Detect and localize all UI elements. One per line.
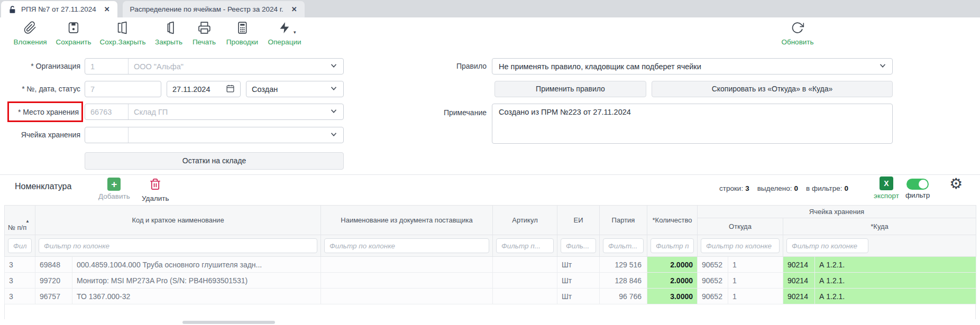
column-header-supplier[interactable]: Наименование из документа поставщика bbox=[321, 206, 493, 235]
cell-npp[interactable]: 3 bbox=[5, 257, 35, 273]
cell-supplier[interactable] bbox=[321, 289, 493, 304]
cell-from-name[interactable]: 1 bbox=[728, 273, 783, 289]
cell-article[interactable] bbox=[493, 273, 557, 289]
stock-remainders-button[interactable]: Остатки на складе bbox=[85, 152, 344, 170]
cell-npp[interactable]: 3 bbox=[5, 289, 35, 304]
filter-unit-input[interactable] bbox=[561, 238, 596, 253]
filter-batch-input[interactable] bbox=[603, 238, 644, 253]
cell-supplier[interactable] bbox=[321, 257, 493, 273]
filter-from-input[interactable] bbox=[701, 238, 780, 253]
note-input[interactable]: Создано из ПРМ №223 от 27.11.2024 bbox=[492, 104, 893, 144]
filter-qty-input[interactable] bbox=[651, 238, 694, 253]
rule-label: Правило bbox=[406, 58, 487, 75]
note-label: Примечание bbox=[406, 104, 487, 122]
column-header-article[interactable]: Артикул bbox=[493, 206, 557, 235]
cell-batch[interactable]: 129 516 bbox=[600, 257, 647, 273]
horizontal-scrollbar[interactable] bbox=[182, 321, 275, 324]
warehouse-code[interactable]: 66763 bbox=[85, 104, 129, 119]
calculator-icon bbox=[236, 21, 249, 36]
apply-rule-button[interactable]: Применить правило bbox=[494, 81, 646, 97]
doc-status-select[interactable]: Создан bbox=[246, 81, 344, 97]
filter-supplier-input[interactable] bbox=[324, 238, 489, 253]
grid-title: Номенклатура bbox=[15, 182, 71, 191]
chevron-down-icon[interactable] bbox=[329, 106, 338, 117]
tab-registry[interactable]: Распределение по ячейкам - Реестр за 202… bbox=[123, 1, 305, 17]
filter-code-input[interactable] bbox=[39, 238, 317, 253]
cell-qty[interactable]: 2.0000 bbox=[647, 273, 698, 289]
cell-name[interactable]: ТО 1367.000-32 bbox=[72, 289, 321, 304]
cell-from-code[interactable]: 90652 bbox=[698, 289, 728, 304]
org-code[interactable]: 1 bbox=[85, 59, 129, 74]
filter-to-input[interactable] bbox=[786, 238, 868, 253]
filter-toggle[interactable]: фильтр bbox=[905, 179, 930, 199]
cell-to-name[interactable]: А 1.2.1. bbox=[815, 257, 976, 273]
cell-code[interactable]: 96757 bbox=[35, 289, 72, 304]
cell-unit[interactable]: Шт bbox=[557, 257, 600, 273]
close-icon[interactable]: ✕ bbox=[104, 5, 110, 13]
cell-qty[interactable]: 3.0000 bbox=[647, 289, 698, 304]
attachments-button[interactable]: Вложения bbox=[13, 21, 47, 46]
cell-from-name[interactable]: 1 bbox=[728, 257, 783, 273]
org-field[interactable]: 1 ООО "Альфа" bbox=[85, 58, 344, 75]
save-button[interactable]: Сохранить bbox=[56, 21, 91, 46]
tab-document[interactable]: РПЯ №7 от 27.11.2024 ✕ bbox=[1, 1, 117, 17]
chevron-down-icon[interactable] bbox=[329, 129, 338, 141]
rule-select[interactable]: Не применять правило, кладовщик сам подб… bbox=[492, 58, 893, 75]
column-header-batch[interactable]: Партия bbox=[600, 206, 647, 235]
cell-supplier[interactable] bbox=[321, 273, 493, 289]
cell-to-name[interactable]: А 1.2.1. bbox=[815, 273, 976, 289]
cell-from-name[interactable]: 1 bbox=[728, 289, 783, 304]
cell-to-name[interactable]: А 1.2.1. bbox=[815, 289, 976, 304]
doc-date-field[interactable]: 27.11.2024 bbox=[167, 81, 241, 97]
cell-article[interactable] bbox=[493, 257, 557, 273]
filter-article-input[interactable] bbox=[496, 238, 554, 253]
cell-field[interactable] bbox=[85, 127, 344, 143]
close-button[interactable]: Закрыть bbox=[155, 21, 182, 46]
cell-unit[interactable]: Шт bbox=[557, 289, 600, 304]
cell-name[interactable]: 000.4859.1004.000 Труба основного глушит… bbox=[72, 257, 321, 273]
column-header-to[interactable]: *Куда bbox=[783, 218, 976, 235]
add-row-button[interactable]: + Добавить bbox=[98, 178, 130, 200]
print-button[interactable]: Печать bbox=[193, 21, 216, 46]
cell-name[interactable]: Монитор: MSI MP273A Pro (S/N: PB4H693501… bbox=[72, 273, 321, 289]
column-header-npp[interactable]: ▲ № п/п bbox=[5, 206, 35, 235]
close-icon[interactable]: ✕ bbox=[291, 5, 297, 13]
tab-title: РПЯ №7 от 27.11.2024 bbox=[21, 5, 96, 13]
postings-button[interactable]: Проводки bbox=[226, 21, 258, 46]
cell-to-code[interactable]: 90214 bbox=[783, 289, 815, 304]
cell-from-code[interactable]: 90652 bbox=[698, 273, 728, 289]
cell-unit[interactable]: Шт bbox=[557, 273, 600, 289]
column-header-qty[interactable]: *Количество bbox=[647, 206, 698, 235]
cell-npp[interactable]: 3 bbox=[5, 273, 35, 289]
operations-button[interactable]: ▾ Операции bbox=[268, 21, 301, 46]
gear-icon[interactable]: ⚙ bbox=[949, 177, 963, 191]
cell-from-code[interactable]: 90652 bbox=[698, 257, 728, 273]
warehouse-name[interactable]: Склад ГП bbox=[129, 108, 329, 116]
calendar-icon[interactable] bbox=[226, 84, 235, 95]
chevron-down-icon[interactable] bbox=[329, 61, 338, 72]
org-name[interactable]: ООО "Альфа" bbox=[129, 62, 329, 71]
cell-code[interactable]: 69848 bbox=[35, 257, 72, 273]
delete-row-button[interactable]: Удалить bbox=[142, 178, 169, 202]
refresh-button[interactable]: Обновить bbox=[781, 21, 813, 46]
save-close-button[interactable]: Сохр.Закрыть bbox=[99, 21, 145, 46]
column-header-from[interactable]: Откуда bbox=[698, 218, 783, 235]
cell-to-code[interactable]: 90214 bbox=[783, 257, 815, 273]
warehouse-field[interactable]: 66763 Склад ГП bbox=[85, 104, 344, 120]
cell-code[interactable]: 99720 bbox=[35, 273, 72, 289]
cell-code[interactable] bbox=[85, 127, 129, 143]
refresh-icon bbox=[791, 21, 804, 36]
doc-number-field[interactable]: 7 bbox=[85, 81, 161, 97]
filter-npp-input[interactable] bbox=[8, 238, 32, 253]
toggle-on-icon[interactable] bbox=[906, 179, 929, 190]
filtered-count: в фильтре:0 bbox=[806, 184, 848, 192]
copy-from-to-button[interactable]: Скопировать из «Откуда» в «Куда» bbox=[652, 81, 893, 97]
cell-article[interactable] bbox=[493, 289, 557, 304]
column-header-unit[interactable]: ЕИ bbox=[557, 206, 600, 235]
column-header-code[interactable]: Код и краткое наименование bbox=[35, 206, 321, 235]
cell-batch[interactable]: 128 846 bbox=[600, 273, 647, 289]
cell-batch[interactable]: 96 766 bbox=[600, 289, 647, 304]
cell-qty[interactable]: 2.0000 bbox=[647, 257, 698, 273]
export-excel-button[interactable]: X экспорт bbox=[874, 177, 899, 200]
cell-to-code[interactable]: 90214 bbox=[783, 273, 815, 289]
